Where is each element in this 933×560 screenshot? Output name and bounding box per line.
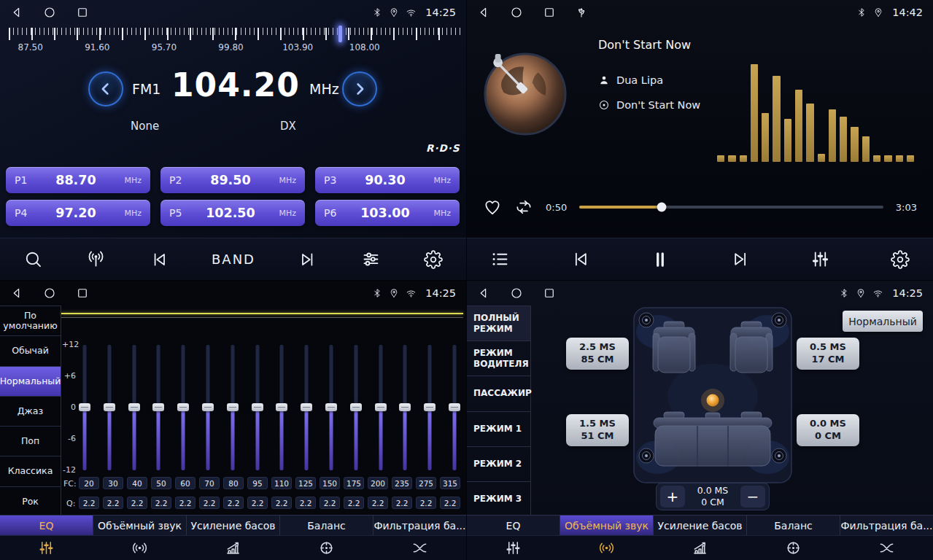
slider-handle[interactable] xyxy=(350,403,362,411)
eq-band-slider[interactable] xyxy=(227,345,239,470)
list-icon[interactable] xyxy=(490,249,510,269)
filter-icon[interactable] xyxy=(878,540,895,556)
eq-preset-item[interactable]: Нормальный xyxy=(0,367,61,397)
rear-left-delay[interactable]: 1.5 MS 51 CM xyxy=(566,414,629,446)
slider-handle[interactable] xyxy=(79,403,90,411)
band-button[interactable]: BAND xyxy=(212,252,255,267)
mode-item[interactable]: РЕЖИМ 1 xyxy=(467,412,530,447)
bass-icon[interactable] xyxy=(225,540,241,556)
broadcast-icon[interactable] xyxy=(86,249,106,269)
gear-icon[interactable] xyxy=(424,250,443,269)
eq-band-slider[interactable] xyxy=(152,345,164,470)
eq-band-slider[interactable] xyxy=(104,345,115,470)
tab-bass[interactable]: Усиление басов xyxy=(654,516,747,535)
repeat-icon[interactable] xyxy=(514,198,533,217)
eq-preset-item[interactable]: По умолчанию xyxy=(0,306,61,336)
eq-icon[interactable] xyxy=(505,540,522,556)
eq-preset-item[interactable]: Поп xyxy=(0,427,61,456)
mode-item[interactable]: РЕЖИМ ВОДИТЕЛЯ xyxy=(467,341,530,376)
mode-item[interactable]: ПАССАЖИР xyxy=(467,376,530,411)
increase-delay-button[interactable]: + xyxy=(660,486,685,508)
balance-icon[interactable] xyxy=(785,540,802,556)
recents-icon[interactable] xyxy=(543,287,556,300)
slider-handle[interactable] xyxy=(128,403,140,411)
tab-eq[interactable]: EQ xyxy=(0,516,93,535)
slider-handle[interactable] xyxy=(177,403,189,411)
filter-icon[interactable] xyxy=(411,540,428,556)
eq-band-slider[interactable] xyxy=(325,345,337,470)
slider-handle[interactable] xyxy=(227,403,239,411)
preset-button[interactable]: P188.70MHz xyxy=(6,167,150,193)
eq-icon[interactable] xyxy=(38,540,55,556)
bass-icon[interactable] xyxy=(692,540,708,556)
next-icon[interactable] xyxy=(731,249,751,269)
decrease-delay-button[interactable]: − xyxy=(740,486,765,508)
next-icon[interactable] xyxy=(298,250,317,269)
slider-handle[interactable] xyxy=(325,403,337,411)
mode-item[interactable]: РЕЖИМ 3 xyxy=(467,482,530,517)
tab-balance-icon-cell[interactable] xyxy=(746,536,840,560)
tab-filter[interactable]: Фильтрация ба... xyxy=(840,516,933,535)
sound-preset-button[interactable]: Нормальный xyxy=(843,311,923,332)
slider-handle[interactable] xyxy=(276,403,287,411)
scan-icon[interactable] xyxy=(23,249,43,269)
slider-handle[interactable] xyxy=(375,403,387,411)
home-icon[interactable] xyxy=(43,287,56,300)
slider-handle[interactable] xyxy=(449,403,460,411)
pause-icon[interactable] xyxy=(650,249,670,270)
slider-handle[interactable] xyxy=(152,403,164,411)
mode-item[interactable]: РЕЖИМ 2 xyxy=(467,447,530,482)
preset-button[interactable]: P289.50MHz xyxy=(160,167,305,193)
back-icon[interactable] xyxy=(477,6,490,19)
tab-balance[interactable]: Баланс xyxy=(747,516,840,535)
eq-band-slider[interactable] xyxy=(79,345,90,470)
mode-item[interactable]: ПОЛНЫЙ РЕЖИМ xyxy=(467,306,530,341)
eq-band-slider[interactable] xyxy=(301,345,312,470)
eq-band-slider[interactable] xyxy=(424,345,435,470)
home-icon[interactable] xyxy=(510,287,523,300)
tab-surround-icon-cell[interactable] xyxy=(93,536,187,560)
eq-preset-item[interactable]: Рок xyxy=(0,487,61,517)
tab-balance-icon-cell[interactable] xyxy=(279,536,373,560)
tab-filter-icon-cell[interactable] xyxy=(373,536,466,560)
preset-button[interactable]: P5102.50MHz xyxy=(160,200,305,226)
home-icon[interactable] xyxy=(43,6,56,19)
surround-icon[interactable] xyxy=(598,540,615,556)
back-icon[interactable] xyxy=(10,6,23,19)
heart-icon[interactable] xyxy=(483,198,502,217)
eq-preset-item[interactable]: Классика xyxy=(0,456,61,486)
eq-band-slider[interactable] xyxy=(399,345,411,470)
tune-down-button[interactable] xyxy=(88,71,123,106)
tab-bass-icon-cell[interactable] xyxy=(654,536,747,560)
progress-knob[interactable] xyxy=(657,203,666,212)
front-left-delay[interactable]: 2.5 MS 85 CM xyxy=(566,338,629,370)
eq-band-slider[interactable] xyxy=(449,345,460,470)
balance-icon[interactable] xyxy=(318,540,335,556)
eq-band-slider[interactable] xyxy=(276,345,287,470)
tab-eq[interactable]: EQ xyxy=(467,516,560,535)
recents-icon[interactable] xyxy=(543,6,556,19)
eq-band-slider[interactable] xyxy=(252,345,263,470)
prev-icon[interactable] xyxy=(570,249,590,269)
slider-handle[interactable] xyxy=(252,403,263,411)
slider-handle[interactable] xyxy=(104,403,115,411)
slider-handle[interactable] xyxy=(424,403,435,411)
back-icon[interactable] xyxy=(10,287,23,300)
tab-bass-icon-cell[interactable] xyxy=(187,536,280,560)
frequency-ruler[interactable] xyxy=(9,28,460,41)
tab-bass[interactable]: Усиление басов xyxy=(187,516,280,535)
eq-band-slider[interactable] xyxy=(350,345,362,470)
eq-preset-item[interactable]: Джаз xyxy=(0,397,61,427)
eq-preset-item[interactable]: Обычай xyxy=(0,336,61,366)
slider-handle[interactable] xyxy=(202,403,214,411)
tune-up-button[interactable] xyxy=(342,71,377,106)
vsliders-icon[interactable] xyxy=(810,249,830,269)
mixer-icon[interactable] xyxy=(361,249,381,269)
gear-icon[interactable] xyxy=(891,250,910,269)
tab-balance[interactable]: Баланс xyxy=(280,516,373,535)
rear-right-delay[interactable]: 0.0 MS 0 CM xyxy=(797,414,859,446)
preset-button[interactable]: P497.20MHz xyxy=(6,200,150,226)
slider-handle[interactable] xyxy=(301,403,312,411)
eq-band-slider[interactable] xyxy=(202,345,214,470)
tab-eq-icon-cell[interactable] xyxy=(0,536,93,560)
